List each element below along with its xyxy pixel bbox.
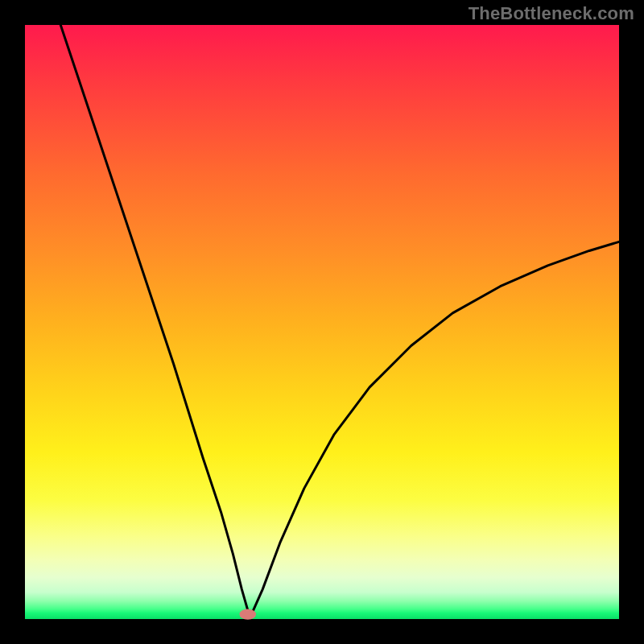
bottleneck-curve: [60, 25, 619, 616]
plot-svg: [25, 25, 619, 619]
watermark-text: TheBottleneck.com: [469, 3, 634, 24]
plot-area: [25, 25, 619, 619]
optimum-marker: [239, 609, 256, 619]
chart-frame: TheBottleneck.com: [0, 0, 644, 644]
